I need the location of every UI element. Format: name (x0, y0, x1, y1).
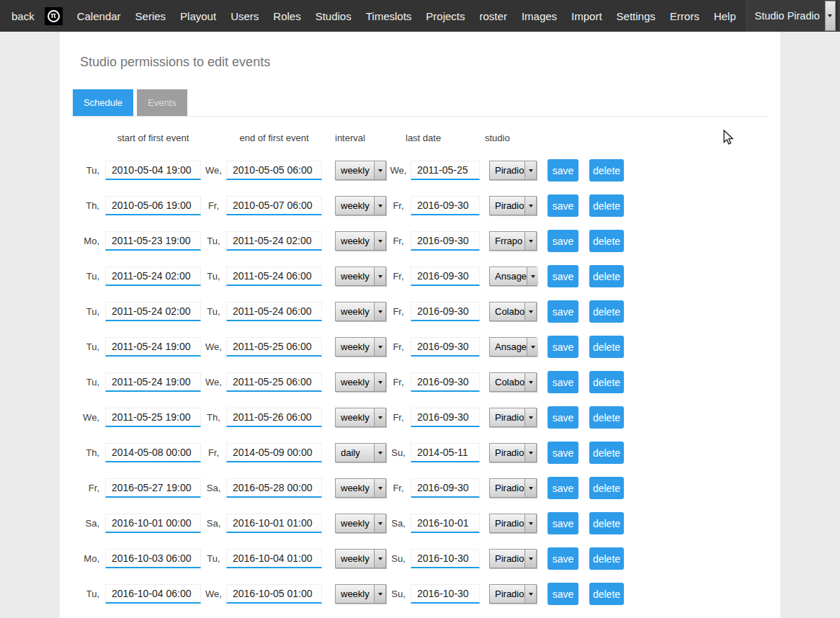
row-studio-select[interactable]: Piradio (489, 443, 537, 462)
last-date-input[interactable] (411, 514, 480, 533)
last-date-input[interactable] (411, 408, 480, 427)
last-date-input[interactable] (411, 161, 480, 180)
start-of-event-input[interactable] (105, 372, 201, 392)
end-of-event-input[interactable] (226, 267, 322, 286)
interval-select[interactable]: weekly (335, 372, 386, 392)
last-date-input[interactable] (411, 478, 480, 498)
interval-select[interactable]: weekly (335, 231, 386, 251)
save-button[interactable]: save (548, 547, 578, 570)
nav-item-studios[interactable]: Studios (308, 10, 359, 22)
row-studio-select[interactable]: Piradio (489, 584, 537, 604)
last-date-input[interactable] (411, 549, 480, 568)
end-of-event-input[interactable] (226, 549, 322, 568)
start-of-event-input[interactable] (105, 443, 201, 462)
end-of-event-input[interactable] (226, 337, 322, 357)
nav-item-timeslots[interactable]: Timeslots (359, 10, 419, 22)
interval-select[interactable]: weekly (335, 196, 386, 215)
delete-button[interactable]: delete (589, 300, 624, 323)
save-button[interactable]: save (548, 583, 578, 605)
tab-schedule[interactable]: Schedule (73, 89, 133, 116)
start-of-event-input[interactable] (105, 302, 201, 321)
row-studio-select[interactable]: Piradio (489, 161, 537, 180)
start-of-event-input[interactable] (105, 231, 201, 251)
delete-button[interactable]: delete (589, 371, 624, 393)
save-button[interactable]: save (548, 194, 578, 217)
save-button[interactable]: save (548, 406, 578, 429)
interval-select[interactable]: weekly (335, 478, 386, 498)
interval-select[interactable]: weekly (335, 408, 386, 427)
start-of-event-input[interactable] (105, 337, 201, 357)
start-of-event-input[interactable] (105, 549, 201, 568)
save-button[interactable]: save (548, 371, 578, 393)
studio-select[interactable]: Studio Piradio (746, 0, 836, 32)
last-date-input[interactable] (411, 302, 480, 321)
save-button[interactable]: save (548, 336, 578, 358)
delete-button[interactable]: delete (589, 512, 624, 534)
last-date-input[interactable] (411, 267, 480, 286)
last-date-input[interactable] (411, 372, 480, 392)
end-of-event-input[interactable] (226, 514, 322, 533)
delete-button[interactable]: delete (589, 547, 624, 570)
last-date-input[interactable] (411, 231, 480, 251)
delete-button[interactable]: delete (589, 477, 624, 499)
nav-item-help[interactable]: Help (707, 10, 743, 22)
delete-button[interactable]: delete (589, 230, 624, 252)
row-studio-select[interactable]: Frrapo (489, 231, 537, 251)
start-of-event-input[interactable] (105, 514, 201, 533)
start-of-event-input[interactable] (105, 408, 201, 427)
last-date-input[interactable] (411, 337, 480, 357)
delete-button[interactable]: delete (589, 406, 624, 429)
nav-item-errors[interactable]: Errors (663, 10, 707, 22)
save-button[interactable]: save (548, 300, 578, 323)
end-of-event-input[interactable] (226, 372, 322, 392)
nav-item-import[interactable]: Import (564, 10, 609, 22)
back-link[interactable]: back (12, 10, 35, 22)
nav-item-images[interactable]: Images (514, 10, 564, 22)
row-studio-select[interactable]: Piradio (489, 196, 537, 215)
row-studio-select[interactable]: Piradio (489, 478, 537, 498)
nav-item-roster[interactable]: roster (473, 10, 514, 22)
tab-events[interactable]: Events (137, 89, 187, 116)
start-of-event-input[interactable] (105, 267, 201, 286)
delete-button[interactable]: delete (589, 442, 624, 464)
nav-item-settings[interactable]: Settings (609, 10, 663, 22)
save-button[interactable]: save (548, 265, 578, 287)
end-of-event-input[interactable] (226, 231, 322, 251)
interval-select[interactable]: weekly (335, 337, 386, 357)
interval-select[interactable]: weekly (335, 267, 386, 286)
start-of-event-input[interactable] (105, 584, 201, 604)
interval-select[interactable]: weekly (335, 549, 386, 568)
end-of-event-input[interactable] (226, 161, 322, 180)
nav-item-projects[interactable]: Projects (419, 10, 472, 22)
end-of-event-input[interactable] (226, 408, 322, 427)
interval-select[interactable]: weekly (335, 302, 386, 321)
nav-item-users[interactable]: Users (223, 10, 266, 22)
end-of-event-input[interactable] (226, 302, 322, 321)
delete-button[interactable]: delete (589, 265, 624, 287)
nav-item-roles[interactable]: Roles (266, 10, 308, 22)
last-date-input[interactable] (411, 443, 480, 462)
row-studio-select[interactable]: Colabo (489, 302, 537, 321)
row-studio-select[interactable]: Ansage (489, 267, 537, 286)
nav-item-playout[interactable]: Playout (173, 10, 223, 22)
interval-select[interactable]: weekly (335, 584, 386, 604)
save-button[interactable]: save (548, 230, 578, 252)
save-button[interactable]: save (548, 159, 578, 182)
save-button[interactable]: save (548, 477, 578, 499)
save-button[interactable]: save (548, 442, 578, 464)
row-studio-select[interactable]: Piradio (489, 549, 537, 568)
row-studio-select[interactable]: Colabo (489, 372, 537, 392)
interval-select[interactable]: weekly (335, 514, 386, 533)
row-studio-select[interactable]: Piradio (489, 514, 537, 533)
start-of-event-input[interactable] (105, 196, 201, 215)
end-of-event-input[interactable] (226, 584, 322, 604)
end-of-event-input[interactable] (226, 478, 322, 498)
nav-item-calendar[interactable]: Calendar (70, 10, 128, 22)
delete-button[interactable]: delete (589, 159, 624, 182)
interval-select[interactable]: weekly (335, 161, 386, 180)
start-of-event-input[interactable] (105, 478, 201, 498)
delete-button[interactable]: delete (589, 194, 624, 217)
save-button[interactable]: save (548, 512, 578, 534)
row-studio-select[interactable]: Ansage (489, 337, 537, 357)
start-of-event-input[interactable] (105, 161, 201, 180)
